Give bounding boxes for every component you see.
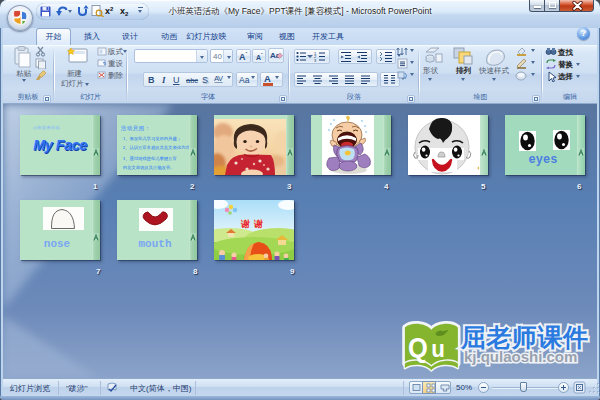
svg-text:3: 3 [314,58,317,63]
svg-text:屈老师课件: 屈老师课件 [460,323,589,351]
svg-text:kj.qulaoshi.com: kj.qulaoshi.com [464,348,577,365]
svg-text:Q: Q [408,332,428,363]
svg-text:u: u [431,335,445,362]
